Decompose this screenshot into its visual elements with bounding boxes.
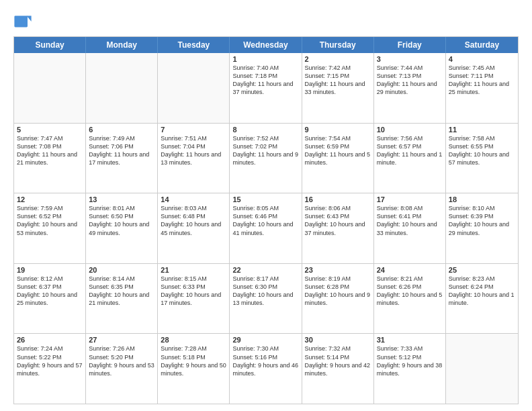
cell-text: Sunrise: 8:10 AM Sunset: 6:39 PM Dayligh… (449, 204, 515, 237)
day-number: 11 (449, 126, 515, 134)
cell-text: Sunrise: 8:01 AM Sunset: 6:50 PM Dayligh… (89, 204, 154, 237)
calendar: SundayMondayTuesdayWednesdayThursdayFrid… (13, 36, 519, 404)
svg-rect-1 (14, 16, 28, 28)
day-number: 6 (89, 126, 154, 134)
cell-text: Sunrise: 7:52 AM Sunset: 7:02 PM Dayligh… (232, 134, 298, 167)
day-cell-30: 30Sunrise: 7:32 AM Sunset: 5:14 PM Dayli… (302, 334, 374, 404)
day-cell-7: 7Sunrise: 7:51 AM Sunset: 7:04 PM Daylig… (158, 124, 230, 193)
header-day-tuesday: Tuesday (158, 37, 230, 53)
cell-text: Sunrise: 7:26 AM Sunset: 5:20 PM Dayligh… (89, 345, 154, 377)
cell-text: Sunrise: 7:58 AM Sunset: 6:55 PM Dayligh… (449, 134, 515, 167)
day-number: 1 (232, 55, 298, 63)
day-number: 28 (161, 336, 226, 344)
day-number: 21 (161, 266, 226, 274)
day-number: 15 (232, 195, 298, 203)
cell-text: Sunrise: 7:42 AM Sunset: 7:15 PM Dayligh… (305, 64, 371, 97)
day-number: 4 (449, 55, 515, 63)
cell-text: Sunrise: 7:51 AM Sunset: 7:04 PM Dayligh… (161, 134, 226, 167)
day-cell-4: 4Sunrise: 7:45 AM Sunset: 7:11 PM Daylig… (446, 53, 518, 123)
day-cell-24: 24Sunrise: 8:21 AM Sunset: 6:26 PM Dayli… (374, 264, 446, 334)
day-number: 30 (305, 336, 371, 344)
day-cell-18: 18Sunrise: 8:10 AM Sunset: 6:39 PM Dayli… (446, 193, 518, 263)
day-number: 5 (17, 126, 83, 134)
week-row-1: 5Sunrise: 7:47 AM Sunset: 7:08 PM Daylig… (14, 124, 518, 194)
cell-text: Sunrise: 7:54 AM Sunset: 6:59 PM Dayligh… (305, 134, 371, 167)
day-number: 13 (89, 195, 154, 203)
day-cell-28: 28Sunrise: 7:28 AM Sunset: 5:18 PM Dayli… (158, 334, 230, 404)
day-number: 22 (232, 266, 298, 274)
cell-text: Sunrise: 7:44 AM Sunset: 7:13 PM Dayligh… (377, 64, 443, 97)
day-cell-13: 13Sunrise: 8:01 AM Sunset: 6:50 PM Dayli… (86, 193, 158, 263)
day-number: 18 (449, 195, 515, 203)
day-number: 16 (305, 195, 371, 203)
day-number: 27 (89, 336, 154, 344)
cell-text: Sunrise: 7:40 AM Sunset: 7:18 PM Dayligh… (232, 64, 298, 97)
cell-text: Sunrise: 8:05 AM Sunset: 6:46 PM Dayligh… (232, 204, 298, 237)
day-cell-16: 16Sunrise: 8:06 AM Sunset: 6:43 PM Dayli… (302, 193, 374, 263)
day-cell-29: 29Sunrise: 7:30 AM Sunset: 5:16 PM Dayli… (230, 334, 302, 404)
week-row-4: 26Sunrise: 7:24 AM Sunset: 5:22 PM Dayli… (14, 334, 518, 404)
cell-text: Sunrise: 7:33 AM Sunset: 5:12 PM Dayligh… (377, 345, 443, 377)
cell-text: Sunrise: 8:06 AM Sunset: 6:43 PM Dayligh… (305, 204, 371, 237)
day-number: 14 (161, 195, 226, 203)
header-day-saturday: Saturday (446, 37, 518, 53)
day-cell-9: 9Sunrise: 7:54 AM Sunset: 6:59 PM Daylig… (302, 124, 374, 193)
cell-text: Sunrise: 8:23 AM Sunset: 6:24 PM Dayligh… (449, 275, 515, 308)
day-number: 12 (17, 195, 83, 203)
week-row-0: 1Sunrise: 7:40 AM Sunset: 7:18 PM Daylig… (14, 53, 518, 124)
day-cell-1: 1Sunrise: 7:40 AM Sunset: 7:18 PM Daylig… (230, 53, 302, 123)
day-cell-15: 15Sunrise: 8:05 AM Sunset: 6:46 PM Dayli… (230, 193, 302, 263)
cell-text: Sunrise: 8:17 AM Sunset: 6:30 PM Dayligh… (232, 275, 298, 308)
day-cell-22: 22Sunrise: 8:17 AM Sunset: 6:30 PM Dayli… (230, 264, 302, 334)
cell-text: Sunrise: 7:45 AM Sunset: 7:11 PM Dayligh… (449, 64, 515, 97)
day-cell-25: 25Sunrise: 8:23 AM Sunset: 6:24 PM Dayli… (446, 264, 518, 334)
cell-text: Sunrise: 8:08 AM Sunset: 6:41 PM Dayligh… (377, 204, 443, 237)
day-cell-10: 10Sunrise: 7:56 AM Sunset: 6:57 PM Dayli… (374, 124, 446, 193)
cell-text: Sunrise: 8:19 AM Sunset: 6:28 PM Dayligh… (305, 275, 371, 308)
day-number: 3 (377, 55, 443, 63)
day-number: 24 (377, 266, 443, 274)
cell-text: Sunrise: 7:28 AM Sunset: 5:18 PM Dayligh… (161, 345, 226, 377)
cell-text: Sunrise: 8:15 AM Sunset: 6:33 PM Dayligh… (161, 275, 226, 308)
logo-icon (13, 12, 32, 31)
day-number: 20 (89, 266, 154, 274)
day-cell-14: 14Sunrise: 8:03 AM Sunset: 6:48 PM Dayli… (158, 193, 230, 263)
calendar-header: SundayMondayTuesdayWednesdayThursdayFrid… (14, 37, 518, 53)
day-number: 7 (161, 126, 226, 134)
header-day-monday: Monday (86, 37, 158, 53)
day-number: 29 (232, 336, 298, 344)
day-number: 19 (17, 266, 83, 274)
day-cell-12: 12Sunrise: 7:59 AM Sunset: 6:52 PM Dayli… (14, 193, 86, 263)
day-cell-2: 2Sunrise: 7:42 AM Sunset: 7:15 PM Daylig… (302, 53, 374, 123)
cell-text: Sunrise: 7:56 AM Sunset: 6:57 PM Dayligh… (377, 134, 443, 167)
day-number: 25 (449, 266, 515, 274)
day-cell-11: 11Sunrise: 7:58 AM Sunset: 6:55 PM Dayli… (446, 124, 518, 193)
day-number: 2 (305, 55, 371, 63)
cell-text: Sunrise: 8:03 AM Sunset: 6:48 PM Dayligh… (161, 204, 226, 237)
cell-text: Sunrise: 8:12 AM Sunset: 6:37 PM Dayligh… (17, 275, 83, 308)
calendar-body: 1Sunrise: 7:40 AM Sunset: 7:18 PM Daylig… (14, 53, 518, 404)
empty-cell (158, 53, 230, 123)
day-number: 9 (305, 126, 371, 134)
day-cell-19: 19Sunrise: 8:12 AM Sunset: 6:37 PM Dayli… (14, 264, 86, 334)
day-number: 23 (305, 266, 371, 274)
page: SundayMondayTuesdayWednesdayThursdayFrid… (0, 0, 532, 411)
cell-text: Sunrise: 7:24 AM Sunset: 5:22 PM Dayligh… (17, 345, 83, 377)
day-cell-5: 5Sunrise: 7:47 AM Sunset: 7:08 PM Daylig… (14, 124, 86, 193)
logo (13, 12, 35, 31)
day-cell-3: 3Sunrise: 7:44 AM Sunset: 7:13 PM Daylig… (374, 53, 446, 123)
cell-text: Sunrise: 7:49 AM Sunset: 7:06 PM Dayligh… (89, 134, 154, 167)
day-cell-8: 8Sunrise: 7:52 AM Sunset: 7:02 PM Daylig… (230, 124, 302, 193)
cell-text: Sunrise: 7:59 AM Sunset: 6:52 PM Dayligh… (17, 204, 83, 237)
day-number: 26 (17, 336, 83, 344)
header-day-thursday: Thursday (302, 37, 374, 53)
header (13, 12, 519, 31)
day-cell-27: 27Sunrise: 7:26 AM Sunset: 5:20 PM Dayli… (86, 334, 158, 404)
day-cell-26: 26Sunrise: 7:24 AM Sunset: 5:22 PM Dayli… (14, 334, 86, 404)
header-day-friday: Friday (374, 37, 446, 53)
day-number: 10 (377, 126, 443, 134)
empty-cell (446, 334, 518, 404)
cell-text: Sunrise: 8:21 AM Sunset: 6:26 PM Dayligh… (377, 275, 443, 308)
day-cell-21: 21Sunrise: 8:15 AM Sunset: 6:33 PM Dayli… (158, 264, 230, 334)
header-day-sunday: Sunday (14, 37, 86, 53)
